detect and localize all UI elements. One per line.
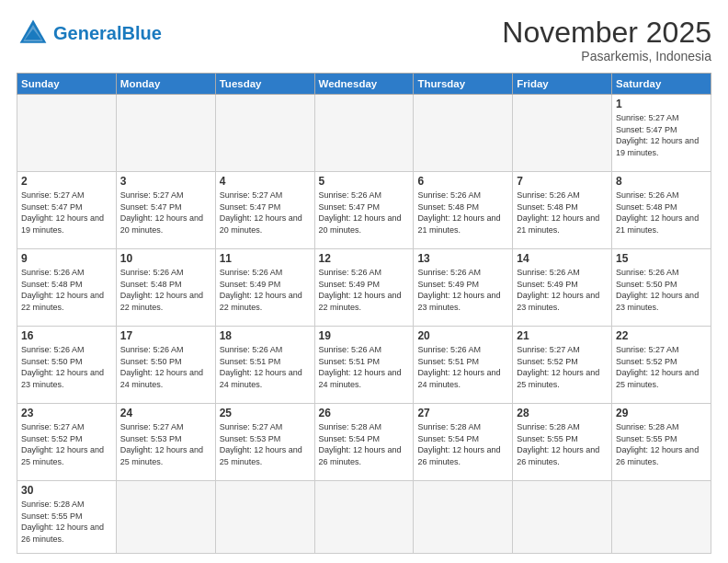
day-25: 25 Sunrise: 5:27 AMSunset: 5:53 PMDaylig… xyxy=(215,404,314,481)
header-thursday: Thursday xyxy=(414,74,513,95)
empty-cell xyxy=(414,95,513,172)
day-8: 8 Sunrise: 5:26 AMSunset: 5:48 PMDayligh… xyxy=(612,172,711,249)
header: GeneralBlue November 2025 Pasarkemis, In… xyxy=(17,17,711,63)
logo-general: General xyxy=(53,23,121,43)
week-row-6: 30 Sunrise: 5:28 AMSunset: 5:55 PMDaylig… xyxy=(17,480,711,553)
day-10: 10 Sunrise: 5:26 AMSunset: 5:48 PMDaylig… xyxy=(116,249,215,327)
day-14: 14 Sunrise: 5:26 AMSunset: 5:49 PMDaylig… xyxy=(513,249,612,327)
weekday-header-row: Sunday Monday Tuesday Wednesday Thursday… xyxy=(17,74,711,95)
day-5: 5 Sunrise: 5:26 AMSunset: 5:47 PMDayligh… xyxy=(314,172,414,249)
day-22: 22 Sunrise: 5:27 AMSunset: 5:52 PMDaylig… xyxy=(612,327,711,404)
empty-cell xyxy=(116,480,215,553)
day-13: 13 Sunrise: 5:26 AMSunset: 5:49 PMDaylig… xyxy=(414,249,513,327)
day-6: 6 Sunrise: 5:26 AMSunset: 5:48 PMDayligh… xyxy=(414,172,513,249)
day-1: 1 Sunrise: 5:27 AM Sunset: 5:47 PM Dayli… xyxy=(612,95,711,172)
month-title: November 2025 xyxy=(502,17,711,49)
empty-cell xyxy=(17,95,117,172)
page: GeneralBlue November 2025 Pasarkemis, In… xyxy=(0,0,728,563)
empty-cell xyxy=(513,480,612,553)
empty-cell xyxy=(116,95,215,172)
empty-cell xyxy=(314,480,414,553)
empty-cell xyxy=(314,95,414,172)
day-11: 11 Sunrise: 5:26 AMSunset: 5:49 PMDaylig… xyxy=(215,249,314,327)
day-17: 17 Sunrise: 5:26 AMSunset: 5:50 PMDaylig… xyxy=(116,327,215,404)
day-24: 24 Sunrise: 5:27 AMSunset: 5:53 PMDaylig… xyxy=(116,404,215,481)
day-28: 28 Sunrise: 5:28 AMSunset: 5:55 PMDaylig… xyxy=(513,404,612,481)
header-sunday: Sunday xyxy=(17,74,117,95)
day-23: 23 Sunrise: 5:27 AMSunset: 5:52 PMDaylig… xyxy=(17,404,117,481)
logo-blue: Blue xyxy=(121,23,161,43)
day-19: 19 Sunrise: 5:26 AMSunset: 5:51 PMDaylig… xyxy=(314,327,414,404)
week-row-1: 1 Sunrise: 5:27 AM Sunset: 5:47 PM Dayli… xyxy=(17,95,711,172)
title-block: November 2025 Pasarkemis, Indonesia xyxy=(502,17,711,63)
logo-text: GeneralBlue xyxy=(53,23,162,43)
empty-cell xyxy=(612,480,711,553)
day-15: 15 Sunrise: 5:26 AMSunset: 5:50 PMDaylig… xyxy=(612,249,711,327)
day-12: 12 Sunrise: 5:26 AMSunset: 5:49 PMDaylig… xyxy=(314,249,414,327)
day-21: 21 Sunrise: 5:27 AMSunset: 5:52 PMDaylig… xyxy=(513,327,612,404)
day-2: 2 Sunrise: 5:27 AMSunset: 5:47 PMDayligh… xyxy=(17,172,117,249)
location: Pasarkemis, Indonesia xyxy=(502,49,711,63)
week-row-5: 23 Sunrise: 5:27 AMSunset: 5:52 PMDaylig… xyxy=(17,404,711,481)
day-26: 26 Sunrise: 5:28 AMSunset: 5:54 PMDaylig… xyxy=(314,404,414,481)
day-7: 7 Sunrise: 5:26 AMSunset: 5:48 PMDayligh… xyxy=(513,172,612,249)
day-30: 30 Sunrise: 5:28 AMSunset: 5:55 PMDaylig… xyxy=(17,480,117,553)
day-9: 9 Sunrise: 5:26 AMSunset: 5:48 PMDayligh… xyxy=(17,249,117,327)
empty-cell xyxy=(215,480,314,553)
day-16: 16 Sunrise: 5:26 AMSunset: 5:50 PMDaylig… xyxy=(17,327,117,404)
day-3: 3 Sunrise: 5:27 AMSunset: 5:47 PMDayligh… xyxy=(116,172,215,249)
day-20: 20 Sunrise: 5:26 AMSunset: 5:51 PMDaylig… xyxy=(414,327,513,404)
header-wednesday: Wednesday xyxy=(314,74,414,95)
empty-cell xyxy=(215,95,314,172)
day-18: 18 Sunrise: 5:26 AMSunset: 5:51 PMDaylig… xyxy=(215,327,314,404)
logo-icon xyxy=(17,17,50,50)
header-tuesday: Tuesday xyxy=(215,74,314,95)
week-row-4: 16 Sunrise: 5:26 AMSunset: 5:50 PMDaylig… xyxy=(17,327,711,404)
week-row-3: 9 Sunrise: 5:26 AMSunset: 5:48 PMDayligh… xyxy=(17,249,711,327)
day-27: 27 Sunrise: 5:28 AMSunset: 5:54 PMDaylig… xyxy=(414,404,513,481)
day-4: 4 Sunrise: 5:27 AMSunset: 5:47 PMDayligh… xyxy=(215,172,314,249)
calendar-table: Sunday Monday Tuesday Wednesday Thursday… xyxy=(17,73,711,554)
header-friday: Friday xyxy=(513,74,612,95)
empty-cell xyxy=(513,95,612,172)
logo: GeneralBlue xyxy=(17,17,162,50)
day-29: 29 Sunrise: 5:28 AMSunset: 5:55 PMDaylig… xyxy=(612,404,711,481)
header-saturday: Saturday xyxy=(612,74,711,95)
week-row-2: 2 Sunrise: 5:27 AMSunset: 5:47 PMDayligh… xyxy=(17,172,711,249)
header-monday: Monday xyxy=(116,74,215,95)
empty-cell xyxy=(414,480,513,553)
